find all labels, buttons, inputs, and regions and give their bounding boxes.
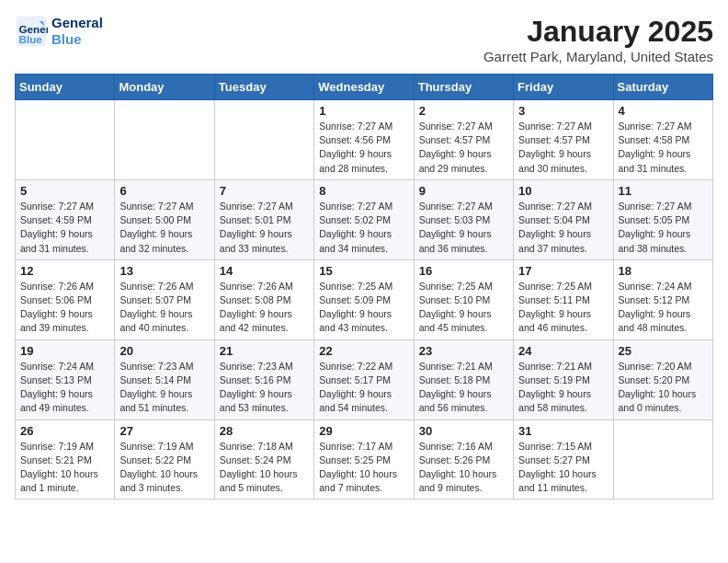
day-info: Sunrise: 7:26 AM Sunset: 5:06 PM Dayligh… [20,280,109,336]
day-number: 23 [419,344,508,358]
day-number: 26 [20,424,109,438]
day-info: Sunrise: 7:26 AM Sunset: 5:08 PM Dayligh… [220,280,309,336]
calendar-cell: 25Sunrise: 7:20 AM Sunset: 5:20 PM Dayli… [613,339,712,419]
month-title: January 2025 [483,15,713,49]
calendar-cell: 6Sunrise: 7:27 AM Sunset: 5:00 PM Daylig… [115,179,214,259]
day-number: 13 [119,264,209,278]
calendar-cell: 24Sunrise: 7:21 AM Sunset: 5:19 PM Dayli… [514,339,613,419]
calendar-cell [214,100,313,180]
calendar-cell: 19Sunrise: 7:24 AM Sunset: 5:13 PM Dayli… [16,339,115,419]
day-number: 10 [518,184,608,198]
day-number: 20 [119,344,209,358]
week-row-2: 5Sunrise: 7:27 AM Sunset: 4:59 PM Daylig… [16,179,713,259]
day-number: 28 [220,424,309,438]
day-info: Sunrise: 7:25 AM Sunset: 5:10 PM Dayligh… [419,280,508,336]
day-number: 18 [619,264,708,278]
calendar-cell: 3Sunrise: 7:27 AM Sunset: 4:57 PM Daylig… [514,100,613,180]
week-row-4: 19Sunrise: 7:24 AM Sunset: 5:13 PM Dayli… [16,339,713,419]
day-info: Sunrise: 7:27 AM Sunset: 5:00 PM Dayligh… [119,200,209,256]
calendar-cell: 21Sunrise: 7:23 AM Sunset: 5:16 PM Dayli… [214,339,313,419]
day-info: Sunrise: 7:19 AM Sunset: 5:22 PM Dayligh… [119,440,209,496]
day-number: 19 [20,344,109,358]
day-number: 27 [119,424,209,438]
day-info: Sunrise: 7:23 AM Sunset: 5:14 PM Dayligh… [119,360,209,416]
day-info: Sunrise: 7:19 AM Sunset: 5:21 PM Dayligh… [20,440,109,496]
calendar-cell: 14Sunrise: 7:26 AM Sunset: 5:08 PM Dayli… [214,259,313,339]
day-number: 15 [319,264,408,278]
day-info: Sunrise: 7:23 AM Sunset: 5:16 PM Dayligh… [220,360,309,416]
calendar-cell: 1Sunrise: 7:27 AM Sunset: 4:56 PM Daylig… [314,100,414,180]
calendar-cell: 23Sunrise: 7:21 AM Sunset: 5:18 PM Dayli… [414,339,513,419]
day-number: 3 [518,104,608,118]
day-number: 31 [518,424,608,438]
day-info: Sunrise: 7:20 AM Sunset: 5:20 PM Dayligh… [619,360,708,416]
day-info: Sunrise: 7:26 AM Sunset: 5:07 PM Dayligh… [119,280,209,336]
weekday-header-row: SundayMondayTuesdayWednesdayThursdayFrid… [16,75,713,100]
day-info: Sunrise: 7:27 AM Sunset: 5:03 PM Dayligh… [419,200,508,256]
day-number: 17 [518,264,608,278]
day-number: 16 [419,264,508,278]
logo-text-line2: Blue [51,31,103,48]
calendar-cell: 11Sunrise: 7:27 AM Sunset: 5:05 PM Dayli… [613,179,712,259]
weekday-header-sunday: Sunday [16,75,115,100]
calendar-cell: 31Sunrise: 7:15 AM Sunset: 5:27 PM Dayli… [514,419,613,500]
day-info: Sunrise: 7:27 AM Sunset: 5:02 PM Dayligh… [319,200,408,256]
week-row-3: 12Sunrise: 7:26 AM Sunset: 5:06 PM Dayli… [16,259,713,339]
day-info: Sunrise: 7:17 AM Sunset: 5:25 PM Dayligh… [319,440,408,496]
day-number: 9 [419,184,508,198]
day-number: 14 [220,264,309,278]
day-number: 25 [619,344,708,358]
calendar-cell: 5Sunrise: 7:27 AM Sunset: 4:59 PM Daylig… [16,179,115,259]
calendar-cell: 27Sunrise: 7:19 AM Sunset: 5:22 PM Dayli… [115,419,214,500]
calendar-cell: 10Sunrise: 7:27 AM Sunset: 5:04 PM Dayli… [514,179,613,259]
calendar-table: SundayMondayTuesdayWednesdayThursdayFrid… [15,74,713,500]
week-row-1: 1Sunrise: 7:27 AM Sunset: 4:56 PM Daylig… [16,100,713,180]
day-number: 7 [220,184,309,198]
day-info: Sunrise: 7:27 AM Sunset: 4:58 PM Dayligh… [619,120,708,176]
day-info: Sunrise: 7:21 AM Sunset: 5:18 PM Dayligh… [419,360,508,416]
day-info: Sunrise: 7:27 AM Sunset: 4:59 PM Dayligh… [20,200,109,256]
day-info: Sunrise: 7:21 AM Sunset: 5:19 PM Dayligh… [518,360,608,416]
weekday-header-tuesday: Tuesday [214,75,313,100]
day-info: Sunrise: 7:27 AM Sunset: 5:01 PM Dayligh… [220,200,309,256]
calendar-cell [16,100,115,180]
day-number: 11 [619,184,708,198]
calendar-cell [115,100,214,180]
calendar-cell: 15Sunrise: 7:25 AM Sunset: 5:09 PM Dayli… [314,259,414,339]
weekday-header-thursday: Thursday [414,75,513,100]
day-number: 4 [619,104,708,118]
week-row-5: 26Sunrise: 7:19 AM Sunset: 5:21 PM Dayli… [16,419,713,500]
calendar-cell: 30Sunrise: 7:16 AM Sunset: 5:26 PM Dayli… [414,419,513,500]
weekday-header-friday: Friday [514,75,613,100]
calendar-cell: 2Sunrise: 7:27 AM Sunset: 4:57 PM Daylig… [414,100,513,180]
calendar-cell: 18Sunrise: 7:24 AM Sunset: 5:12 PM Dayli… [613,259,712,339]
calendar-cell: 16Sunrise: 7:25 AM Sunset: 5:10 PM Dayli… [414,259,513,339]
logo-icon: General Blue [15,15,48,48]
calendar-cell: 7Sunrise: 7:27 AM Sunset: 5:01 PM Daylig… [214,179,313,259]
calendar-cell: 26Sunrise: 7:19 AM Sunset: 5:21 PM Dayli… [16,419,115,500]
day-info: Sunrise: 7:27 AM Sunset: 4:56 PM Dayligh… [319,120,408,176]
day-number: 21 [220,344,309,358]
title-section: January 2025 Garrett Park, Maryland, Uni… [483,15,713,64]
calendar-cell: 8Sunrise: 7:27 AM Sunset: 5:02 PM Daylig… [314,179,414,259]
calendar-cell: 20Sunrise: 7:23 AM Sunset: 5:14 PM Dayli… [115,339,214,419]
day-info: Sunrise: 7:25 AM Sunset: 5:09 PM Dayligh… [319,280,408,336]
day-number: 8 [319,184,408,198]
day-info: Sunrise: 7:27 AM Sunset: 4:57 PM Dayligh… [419,120,508,176]
day-info: Sunrise: 7:16 AM Sunset: 5:26 PM Dayligh… [419,440,508,496]
location-text: Garrett Park, Maryland, United States [483,49,713,64]
weekday-header-saturday: Saturday [613,75,712,100]
calendar-cell: 4Sunrise: 7:27 AM Sunset: 4:58 PM Daylig… [613,100,712,180]
day-number: 12 [20,264,109,278]
weekday-header-monday: Monday [115,75,214,100]
day-info: Sunrise: 7:27 AM Sunset: 5:04 PM Dayligh… [518,200,608,256]
day-number: 29 [319,424,408,438]
day-info: Sunrise: 7:27 AM Sunset: 5:05 PM Dayligh… [619,200,708,256]
day-number: 2 [419,104,508,118]
calendar-cell: 17Sunrise: 7:25 AM Sunset: 5:11 PM Dayli… [514,259,613,339]
calendar-cell: 29Sunrise: 7:17 AM Sunset: 5:25 PM Dayli… [314,419,414,500]
day-number: 22 [319,344,408,358]
logo: General Blue General Blue [15,15,103,48]
day-number: 5 [20,184,109,198]
day-info: Sunrise: 7:22 AM Sunset: 5:17 PM Dayligh… [319,360,408,416]
